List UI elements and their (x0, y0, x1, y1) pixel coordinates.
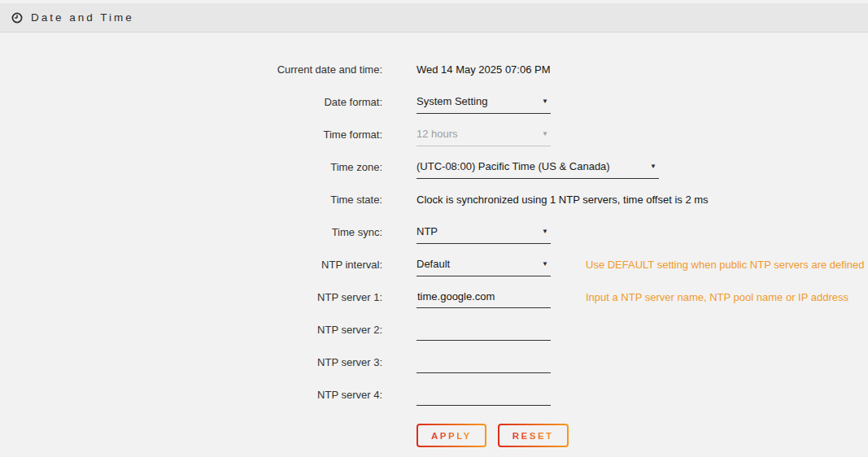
section-header: Date and Time (0, 3, 868, 33)
current-date-time-value: Wed 14 May 2025 07:06 PM (417, 63, 551, 76)
time-zone-value: (UTC-08:00) Pacific Time (US & Canada) (417, 160, 610, 172)
row-ntp-server-2: NTP server 2: (0, 313, 868, 346)
time-sync-label: Time sync: (0, 226, 382, 238)
ntp-server-3-label: NTP server 3: (0, 356, 382, 368)
chevron-down-icon: ▼ (542, 131, 548, 137)
time-zone-label: Time zone: (0, 161, 382, 173)
time-zone-select[interactable]: (UTC-08:00) Pacific Time (US & Canada) ▼ (417, 155, 659, 179)
time-format-value: 12 hours (417, 128, 458, 140)
current-date-time-label: Current date and time: (0, 63, 382, 76)
row-ntp-server-1: NTP server 1: Input a NTP server name, N… (0, 281, 868, 313)
chevron-down-icon: ▼ (542, 228, 548, 235)
date-format-value: System Setting (417, 95, 487, 107)
ntp-interval-hint: Use DEFAULT setting when public NTP serv… (586, 259, 865, 271)
ntp-interval-value: Default (417, 258, 450, 270)
ntp-server-4-input[interactable] (417, 383, 551, 406)
chevron-down-icon: ▼ (542, 261, 548, 268)
ntp-interval-label: NTP interval: (0, 259, 382, 271)
row-time-sync: Time sync: NTP ▼ (0, 215, 868, 248)
ntp-server-3-input[interactable] (417, 350, 551, 373)
time-format-label: Time format: (0, 128, 382, 141)
ntp-server-2-label: NTP server 2: (0, 324, 382, 336)
chevron-down-icon: ▼ (650, 163, 656, 170)
time-state-label: Time state: (0, 194, 382, 206)
row-time-format: Time format: 12 hours ▼ (0, 118, 868, 150)
date-format-label: Date format: (0, 96, 382, 108)
ntp-server-4-label: NTP server 4: (0, 389, 382, 401)
row-ntp-interval: NTP interval: Default ▼ Use DEFAULT sett… (0, 248, 868, 281)
ntp-server-1-label: NTP server 1: (0, 291, 382, 303)
time-sync-value: NTP (417, 225, 438, 237)
apply-button[interactable]: APPLY (417, 424, 486, 447)
time-sync-select[interactable]: NTP ▼ (417, 220, 551, 244)
date-format-select[interactable]: System Setting ▼ (417, 90, 551, 114)
reset-button-label: RESET (513, 431, 554, 441)
time-state-value: Clock is synchronized using 1 NTP server… (417, 194, 709, 206)
reset-button[interactable]: RESET (498, 424, 569, 447)
row-date-format: Date format: System Setting ▼ (0, 85, 868, 118)
row-time-zone: Time zone: (UTC-08:00) Pacific Time (US … (0, 150, 868, 183)
row-ntp-server-3: NTP server 3: (0, 346, 868, 378)
clock-icon (11, 12, 23, 24)
button-row: APPLY RESET (417, 424, 868, 447)
ntp-server-2-input[interactable] (417, 318, 551, 341)
ntp-server-1-hint: Input a NTP server name, NTP pool name o… (586, 291, 848, 303)
date-time-form: Current date and time: Wed 14 May 2025 0… (0, 33, 868, 447)
page-title: Date and Time (31, 11, 134, 24)
apply-button-label: APPLY (431, 431, 472, 441)
ntp-interval-select[interactable]: Default ▼ (417, 253, 551, 276)
ntp-server-1-input[interactable] (417, 285, 551, 308)
chevron-down-icon: ▼ (542, 98, 548, 105)
row-ntp-server-4: NTP server 4: (0, 378, 868, 411)
row-time-state: Time state: Clock is synchronized using … (0, 183, 868, 215)
time-format-select: 12 hours ▼ (417, 123, 551, 146)
row-current-date-time: Current date and time: Wed 14 May 2025 0… (0, 53, 868, 85)
